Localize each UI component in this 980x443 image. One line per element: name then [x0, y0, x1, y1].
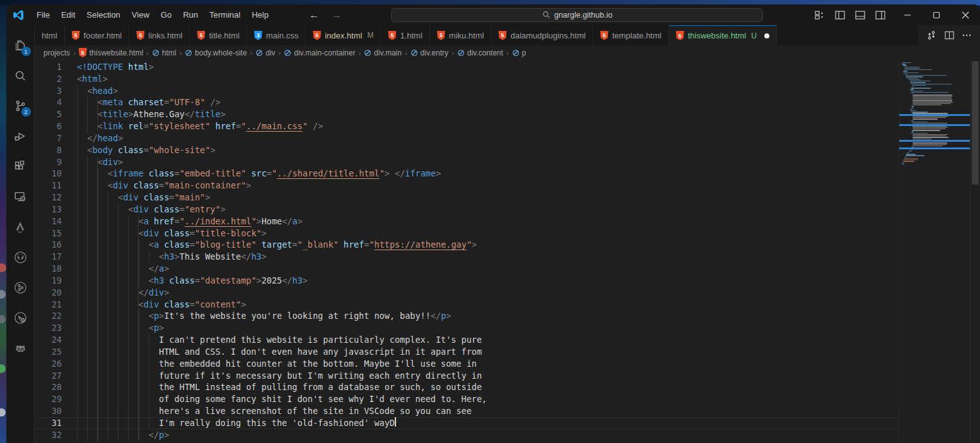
code-line-13[interactable]: 13 <div class="entry">	[35, 204, 899, 216]
vscode-logo-icon	[12, 9, 25, 21]
code-area[interactable]: 1<!DOCTYPE html>2<html>3 <head>4 <meta c…	[35, 60, 899, 443]
code-line-24[interactable]: 24 I can't pretend this website is parti…	[35, 334, 899, 346]
code-line-11[interactable]: 11 <div class="main-container">	[35, 180, 899, 192]
code-line-8[interactable]: 8 <body class="whole-site">	[35, 144, 899, 156]
code-token: "	[303, 120, 308, 132]
code-line-2[interactable]: 2<html>	[35, 73, 899, 85]
menu-terminal[interactable]: Terminal	[204, 8, 246, 22]
code-line-20[interactable]: 20 </div>	[35, 287, 899, 299]
gutter-space	[62, 216, 77, 227]
tab-1.html[interactable]: 51.html	[381, 25, 429, 45]
scrollbar-thumb[interactable]	[972, 61, 979, 185]
run-debug-icon[interactable]	[6, 121, 35, 151]
tab-template.html[interactable]: 5template.html	[593, 25, 669, 45]
toggle-panel-icon[interactable]	[851, 8, 869, 23]
code-line-31[interactable]: 31 I'm really doing this the 'old-fashio…	[35, 417, 899, 429]
navigate-back-icon[interactable]: ←	[307, 9, 321, 21]
breadcrumb-item-div.entry[interactable]: div.entry	[411, 49, 448, 57]
vertical-scrollbar[interactable]	[970, 60, 980, 443]
source-control-icon[interactable]: 2	[6, 91, 35, 121]
git-graph-extension-icon[interactable]	[6, 272, 35, 302]
github-icon[interactable]	[6, 242, 35, 272]
unsaved-changes-dot[interactable]	[764, 33, 769, 38]
command-center-search[interactable]: gnargle.github.io	[391, 8, 763, 22]
gutter-space	[62, 370, 77, 382]
code-line-14[interactable]: 14 <a href="../index.html">Home</a>	[35, 216, 899, 227]
menu-run[interactable]: Run	[177, 8, 204, 22]
menu-go[interactable]: Go	[155, 8, 177, 22]
code-line-21[interactable]: 21 <div class="content">	[35, 299, 899, 311]
code-line-17[interactable]: 17 <h3>This Website</h3>	[35, 251, 899, 263]
extensions-icon[interactable]	[6, 151, 35, 181]
code-line-18[interactable]: 18 </a>	[35, 263, 899, 275]
tab-index.html[interactable]: 5index.htmlM	[306, 25, 381, 45]
code-line-3[interactable]: 3 <head>	[35, 85, 899, 97]
breadcrumb-item-p[interactable]: p	[512, 49, 527, 57]
code-token: div	[144, 227, 159, 239]
toggle-secondary-sidebar-icon[interactable]	[872, 8, 889, 23]
minimize-button[interactable]	[893, 4, 922, 25]
tab-thiswebsite.html[interactable]: 5thiswebsite.htmlU	[669, 25, 777, 45]
code-line-4[interactable]: 4 <meta charset="UTF-8" />	[35, 96, 899, 108]
astro-extension-icon[interactable]	[6, 212, 35, 242]
tab-links.html[interactable]: 5links.html	[129, 25, 190, 45]
code-line-27[interactable]: 27 future if it's necessary but I'm writ…	[35, 370, 899, 382]
godot-tools-icon[interactable]	[6, 333, 35, 363]
navigate-forward-icon[interactable]: →	[330, 9, 344, 21]
code-line-28[interactable]: 28 the HTML instead of pulling from a da…	[35, 381, 899, 393]
more-actions-icon[interactable]	[959, 28, 975, 43]
breadcrumb-item-div.content[interactable]: div.content	[457, 49, 503, 57]
minimap-line	[913, 134, 948, 135]
remote-explorer-icon[interactable]	[6, 181, 35, 212]
close-button[interactable]	[951, 4, 980, 25]
breadcrumb-item-thiswebsite.html[interactable]: 5thiswebsite.html	[79, 48, 143, 57]
code-token: >	[128, 108, 133, 120]
minimap[interactable]	[899, 60, 970, 443]
code-line-23[interactable]: 23 <p>	[35, 322, 899, 334]
breadcrumb-item-div.main-container[interactable]: div.main-container	[284, 49, 355, 57]
tab-miku.html[interactable]: 5miku.html	[430, 25, 492, 45]
code-line-25[interactable]: 25 HTML and CSS. I don't even have any j…	[35, 346, 899, 358]
tab-dalamudplugins.html[interactable]: 5dalamudplugins.html	[491, 25, 593, 45]
gitlens-extension-icon[interactable]	[6, 302, 35, 333]
tab-main.css[interactable]: 3main.css	[247, 25, 306, 45]
code-line-9[interactable]: 9 <div>	[35, 156, 899, 168]
tab-title.html[interactable]: 5title.html	[190, 25, 247, 45]
breadcrumb-item-projects[interactable]: projects	[44, 49, 70, 57]
code-line-22[interactable]: 22 <p>It's the website you're looking at…	[35, 310, 899, 322]
code-line-32[interactable]: 32 </p>	[35, 429, 899, 441]
explorer-icon[interactable]: 1	[6, 30, 35, 60]
customize-layout-icon[interactable]	[811, 8, 829, 23]
code-line-30[interactable]: 30 here's a live screenshot of the site …	[35, 405, 899, 417]
menu-view[interactable]: View	[126, 8, 155, 22]
minimap-line	[907, 78, 918, 79]
menu-help[interactable]: Help	[246, 8, 274, 22]
menu-file[interactable]: File	[31, 8, 55, 22]
code-line-7[interactable]: 7 </head>	[35, 132, 899, 144]
code-token: >	[149, 61, 154, 73]
code-token: =	[174, 216, 179, 227]
tab-html[interactable]: html	[35, 25, 65, 45]
code-line-16[interactable]: 16 <a class="blog-title" target="_blank"…	[35, 239, 899, 251]
tab-footer.html[interactable]: 5footer.html	[65, 25, 130, 45]
breadcrumb-item-html[interactable]: html	[152, 49, 177, 57]
code-line-5[interactable]: 5 <title>Athene.Gay</title>	[35, 108, 899, 120]
breadcrumb-item-div.main[interactable]: div.main	[364, 49, 402, 57]
maximize-button[interactable]	[922, 4, 951, 25]
compare-changes-icon[interactable]	[923, 28, 940, 43]
breadcrumb-item-body.whole-site[interactable]: body.whole-site	[185, 49, 247, 57]
split-editor-icon[interactable]	[941, 28, 957, 43]
code-line-26[interactable]: 26 the embedded hit counter at the botto…	[35, 358, 899, 370]
search-view-icon[interactable]	[6, 60, 35, 91]
code-line-10[interactable]: 10 <iframe class="embed-title" src="../s…	[35, 168, 899, 180]
code-line-29[interactable]: 29 of doing some fancy shit I don't see …	[35, 393, 899, 405]
breadcrumb-item-div[interactable]: div	[255, 49, 275, 57]
toggle-primary-sidebar-icon[interactable]	[831, 8, 849, 23]
code-line-12[interactable]: 12 <div class="main">	[35, 192, 899, 204]
menu-selection[interactable]: Selection	[81, 8, 125, 22]
code-line-19[interactable]: 19 <h3 class="datestamp">2025</h3>	[35, 275, 899, 287]
code-line-6[interactable]: 6 <link rel="stylesheet" href="../main.c…	[35, 120, 899, 132]
code-line-1[interactable]: 1<!DOCTYPE html>	[35, 61, 899, 73]
code-line-15[interactable]: 15 <div class="title-block">	[35, 227, 899, 239]
menu-edit[interactable]: Edit	[55, 8, 81, 22]
